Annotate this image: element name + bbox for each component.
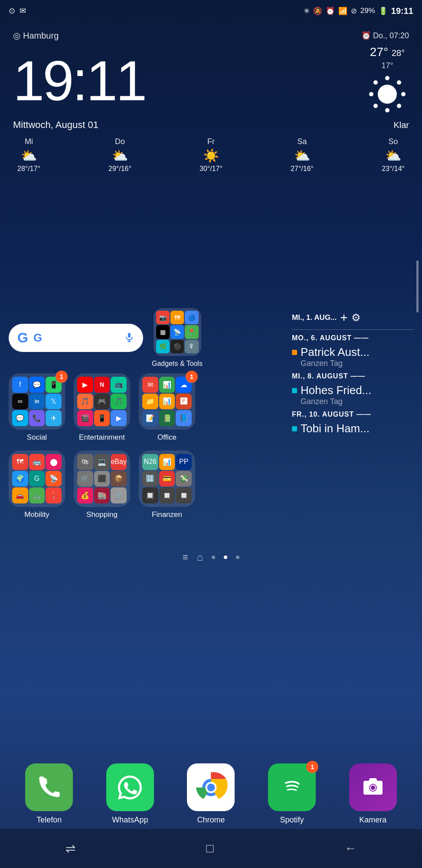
weather-main-row: 19:11 27° 28° 17° (13, 45, 409, 116)
scroll-indicator (416, 260, 419, 312)
home-button[interactable]: □ (206, 842, 214, 855)
telegram-icon: ✈ (46, 410, 62, 426)
dock-phone[interactable]: Telefon (25, 763, 73, 825)
folder-app-qr: ▦ (156, 325, 170, 339)
shopping-2: 💻 (94, 454, 110, 470)
shopping-folder[interactable]: 🛍 💻 eBay 🛒 ⬛ 📦 💰 🏬 🛒 Shopping (74, 450, 130, 519)
cal-section-date-2: MI., 8. AUGUST —— (292, 372, 413, 380)
status-left-icons: ⊙ ✉ (9, 6, 26, 16)
battery-percent: 29% (360, 7, 375, 15)
finanzen-4: 🔢 (142, 471, 158, 487)
shopping-6: 📦 (111, 471, 127, 487)
forecast-mi: Mi ⛅ 28°/17° (17, 137, 40, 173)
mobility-3: ⬤ (46, 454, 62, 470)
back-button[interactable]: ← (344, 842, 357, 855)
twitter-icon: ∞ (12, 394, 28, 410)
dock-camera[interactable]: Kamera (349, 763, 397, 825)
social-folder-grid: 1 f 💬 📱 ∞ in 𝕏 💬 📞 ✈ (9, 373, 65, 430)
calendar-date-label: MI., 1. AUG... (292, 313, 337, 322)
weather-condition: Klar (393, 120, 409, 130)
svg-point-2 (369, 92, 373, 96)
entertainment-5: 🎮 (94, 394, 110, 410)
folder-app-9: 🎙 (185, 340, 198, 353)
cal-event-1[interactable]: Patrick Aust... Ganzen Tag (292, 345, 413, 368)
svg-point-5 (397, 80, 401, 85)
entertainment-label: Enter­tain­ment (79, 433, 125, 442)
powerpoint-icon: 🅿 (176, 394, 192, 410)
google-search-bar[interactable]: Google G (9, 324, 143, 352)
folder-app-2: 🗺 (170, 311, 184, 324)
mobility-label: Mobility (24, 510, 49, 519)
recents-button[interactable]: ⇌ (65, 842, 75, 856)
svg-point-4 (373, 80, 378, 85)
calendar-settings-button[interactable]: ⚙ (351, 312, 361, 324)
svg-point-1 (385, 108, 389, 112)
entertainment-8: 📱 (94, 410, 110, 426)
spotify-badge: 1 (306, 761, 318, 773)
gadgets-folder[interactable]: 📷 🗺 🔵 ▦ 📡 📍 🌿 ⚫ 🎙 Gadgets & Tools (152, 308, 203, 368)
svg-point-19 (279, 774, 305, 800)
dock-whatsapp[interactable]: WhatsApp (106, 763, 154, 825)
ebay-icon: eBay (111, 454, 127, 470)
svg-point-7 (397, 104, 401, 108)
grab-icon: G (29, 471, 45, 487)
word-icon: 📝 (142, 410, 158, 426)
calendar-add-button[interactable]: + (340, 310, 348, 325)
dock-chrome[interactable]: Chrome (187, 763, 235, 825)
dot-2-active (224, 556, 227, 559)
entertainment-folder[interactable]: ▶ N 📺 🎵 🎮 🎵 🎬 📱 ▶ Enter­tain­ment (74, 373, 130, 442)
mobility-8: 🚲 (29, 487, 45, 503)
cal-dot-1 (292, 350, 297, 355)
forecast-so: So ⛅ 23°/14° (382, 137, 405, 173)
hamburger-icon[interactable]: ≡ (183, 552, 188, 563)
finanzen-5: 💳 (159, 471, 175, 487)
temp-values: 27° 28° (370, 45, 405, 59)
alarm-icon: ⏰ (326, 7, 335, 16)
location-name: Hamburg (23, 31, 59, 41)
google-mic-icon[interactable] (124, 332, 134, 344)
calendar-section-2: MI., 8. AUGUST —— Hohes Fried... Ganzen … (292, 372, 413, 406)
mobility-9: 📍 (46, 487, 62, 503)
folder-app-8: ⚫ (170, 340, 184, 353)
cal-section-date-1: MO., 6. AUGUST —— (292, 334, 413, 342)
svg-rect-10 (128, 333, 131, 338)
office-5: 📊 (159, 394, 175, 410)
status-bar: ⊙ ✉ ✳ 🔕 ⏰ 📶 ⊘ 29% 🔋 19:11 (0, 0, 422, 22)
office-folder[interactable]: 1 ✉ 📊 ☁ 📁 📊 🅿 📝 📗 📘 Office (139, 373, 195, 442)
google-icon-full: G (33, 332, 46, 344)
cal-event-3[interactable]: Tobi in Ham... (292, 422, 413, 435)
folder-app-3: 🔵 (185, 311, 198, 324)
cal-section-date-3: FR., 10. AUGUST —— (292, 411, 413, 418)
big-clock: 19:11 (13, 53, 145, 109)
gmail-icon: ✉ (20, 6, 26, 16)
google-logo: Google (17, 330, 28, 346)
svg-point-18 (207, 783, 215, 791)
viber-icon: 📞 (29, 410, 45, 426)
temp-low: 17° (381, 61, 393, 70)
spotify-app-icon: 1 (268, 763, 316, 811)
camera-label: Kamera (359, 815, 386, 825)
spotify-icon-f: 🎵 (111, 394, 127, 410)
entertainment-4: 🎵 (77, 394, 93, 410)
mobility-2: 🚌 (29, 454, 45, 470)
current-date: Mittwoch, August 01 (13, 119, 98, 131)
cal-event-2-title: Hohes Fried... (292, 384, 413, 397)
sun-icon (366, 72, 409, 116)
shopping-7: 💰 (77, 487, 93, 503)
mute-icon: 🔕 (313, 7, 322, 16)
forecast-row: Mi ⛅ 28°/17° Do ⛅ 29°/16° Fr ☀️ 30°/17° … (13, 137, 409, 173)
mobility-folder[interactable]: 🗺 🚌 ⬤ 🌍 G 📡 🚗 🚲 📍 Mobility (9, 450, 65, 519)
status-right-icons: ✳ 🔕 ⏰ 📶 ⊘ 29% 🔋 19:11 (304, 6, 413, 16)
messenger-icon: 💬 (29, 377, 45, 393)
cal-event-2[interactable]: Hohes Fried... Ganzen Tag (292, 384, 413, 406)
social-folder[interactable]: 1 f 💬 📱 ∞ in 𝕏 💬 📞 ✈ Social (9, 373, 65, 442)
home-icon-small[interactable]: ⌂ (197, 551, 203, 563)
finanzen-7: 🔲 (142, 487, 158, 503)
n26-icon: N26 (142, 454, 158, 470)
finanzen-folder[interactable]: N26 📊 PP 🔢 💳 💸 🔲 🔲 🔲 Finanzen (139, 450, 195, 519)
office-folder-grid: 1 ✉ 📊 ☁ 📁 📊 🅿 📝 📗 📘 (139, 373, 195, 430)
skype-icon: 💬 (12, 410, 28, 426)
dock-spotify[interactable]: 1 Spotify (268, 763, 316, 825)
chrome-label: Chrome (197, 815, 225, 825)
mobility-4: 🌍 (12, 471, 28, 487)
